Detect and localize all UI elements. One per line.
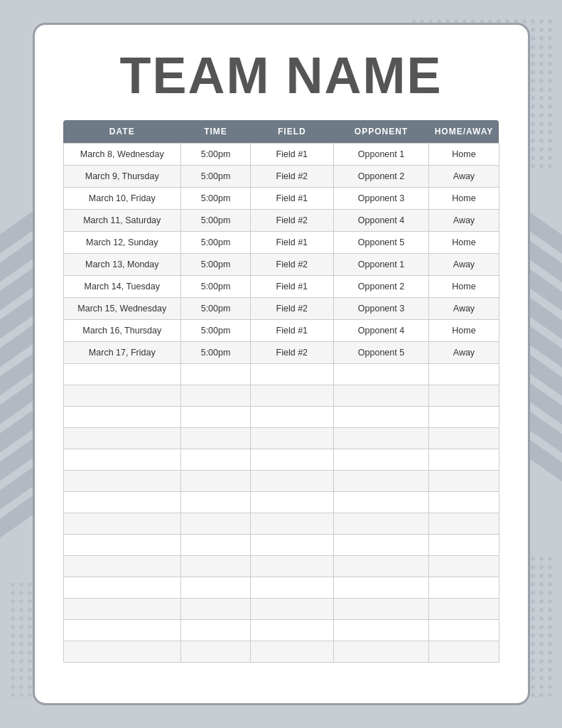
cell-time: 5:00pm: [181, 232, 251, 254]
cell-field: Field #2: [251, 298, 333, 320]
table-row: [63, 641, 499, 663]
cell-homeaway: [429, 449, 499, 471]
cell-opponent: Opponent 5: [333, 232, 429, 254]
cell-time: [181, 513, 251, 535]
cell-field: Field #2: [251, 342, 333, 364]
cell-date: March 16, Thursday: [63, 320, 181, 342]
cell-date: March 13, Monday: [63, 254, 181, 276]
cell-field: [251, 471, 333, 492]
table-row: [63, 428, 499, 449]
table-row: March 14, Tuesday5:00pmField #1Opponent …: [63, 276, 499, 298]
cell-opponent: [333, 577, 429, 599]
cell-homeaway: [429, 641, 499, 663]
cell-homeaway: Home: [429, 232, 499, 254]
cell-field: [251, 513, 333, 535]
table-row: March 17, Friday5:00pmField #2Opponent 5…: [63, 342, 499, 364]
cell-field: [251, 641, 333, 663]
cell-field: [251, 449, 333, 471]
table-header: DATE TIME FIELD OPPONENT HOME/AWAY: [63, 120, 499, 144]
cell-time: 5:00pm: [181, 298, 251, 320]
cell-time: [181, 599, 251, 620]
cell-homeaway: [429, 364, 499, 385]
header-time: TIME: [181, 120, 251, 144]
cell-field: Field #1: [251, 144, 333, 166]
cell-homeaway: [429, 492, 499, 513]
table-row: [63, 620, 499, 641]
page-card: TEAM NAME DATE TIME FIELD OPPONENT HOME/…: [33, 23, 530, 705]
header-field: FIELD: [251, 120, 333, 144]
cell-opponent: [333, 449, 429, 471]
table-row: [63, 577, 499, 599]
cell-homeaway: Home: [429, 144, 499, 166]
cell-date: [63, 449, 181, 471]
cell-time: 5:00pm: [181, 342, 251, 364]
schedule-table: DATE TIME FIELD OPPONENT HOME/AWAY March…: [63, 120, 499, 663]
cell-homeaway: [429, 407, 499, 428]
cell-time: [181, 471, 251, 492]
cell-opponent: Opponent 2: [333, 166, 429, 188]
cell-field: Field #1: [251, 320, 333, 342]
cell-date: March 15, Wednesday: [63, 298, 181, 320]
cell-time: [181, 385, 251, 407]
cell-time: 5:00pm: [181, 320, 251, 342]
cell-time: [181, 428, 251, 449]
cell-opponent: Opponent 1: [333, 144, 429, 166]
cell-field: Field #1: [251, 276, 333, 298]
cell-field: [251, 535, 333, 556]
cell-date: March 10, Friday: [63, 188, 181, 210]
cell-time: [181, 364, 251, 385]
cell-time: [181, 577, 251, 599]
cell-homeaway: [429, 577, 499, 599]
cell-date: [63, 407, 181, 428]
cell-homeaway: [429, 535, 499, 556]
table-row: [63, 513, 499, 535]
cell-homeaway: [429, 428, 499, 449]
cell-date: [63, 492, 181, 513]
page-inner: TEAM NAME DATE TIME FIELD OPPONENT HOME/…: [63, 46, 499, 663]
table-row: March 13, Monday5:00pmField #2Opponent 1…: [63, 254, 499, 276]
cell-opponent: [333, 471, 429, 492]
table-row: March 12, Sunday5:00pmField #1Opponent 5…: [63, 232, 499, 254]
cell-homeaway: [429, 556, 499, 577]
table-row: [63, 471, 499, 492]
cell-opponent: Opponent 5: [333, 342, 429, 364]
cell-date: [63, 364, 181, 385]
cell-field: [251, 364, 333, 385]
cell-date: [63, 556, 181, 577]
cell-date: [63, 599, 181, 620]
cell-opponent: [333, 385, 429, 407]
table-row: [63, 385, 499, 407]
cell-date: March 17, Friday: [63, 342, 181, 364]
cell-homeaway: [429, 599, 499, 620]
cell-homeaway: Home: [429, 320, 499, 342]
cell-homeaway: Away: [429, 210, 499, 232]
cell-opponent: Opponent 3: [333, 188, 429, 210]
cell-time: 5:00pm: [181, 166, 251, 188]
cell-date: [63, 577, 181, 599]
table-row: [63, 535, 499, 556]
cell-field: [251, 492, 333, 513]
cell-homeaway: Away: [429, 298, 499, 320]
table-row: [63, 407, 499, 428]
cell-date: March 11, Saturday: [63, 210, 181, 232]
table-row: March 11, Saturday5:00pmField #2Opponent…: [63, 210, 499, 232]
cell-time: [181, 556, 251, 577]
cell-opponent: [333, 641, 429, 663]
cell-field: [251, 556, 333, 577]
cell-time: [181, 641, 251, 663]
cell-opponent: [333, 364, 429, 385]
cell-opponent: [333, 407, 429, 428]
table-row: [63, 492, 499, 513]
cell-homeaway: Home: [429, 276, 499, 298]
cell-time: 5:00pm: [181, 188, 251, 210]
table-row: [63, 599, 499, 620]
table-row: [63, 556, 499, 577]
cell-date: March 12, Sunday: [63, 232, 181, 254]
cell-date: [63, 641, 181, 663]
cell-opponent: [333, 492, 429, 513]
cell-field: [251, 620, 333, 641]
cell-time: 5:00pm: [181, 144, 251, 166]
cell-opponent: Opponent 4: [333, 320, 429, 342]
cell-opponent: Opponent 3: [333, 298, 429, 320]
cell-date: [63, 513, 181, 535]
